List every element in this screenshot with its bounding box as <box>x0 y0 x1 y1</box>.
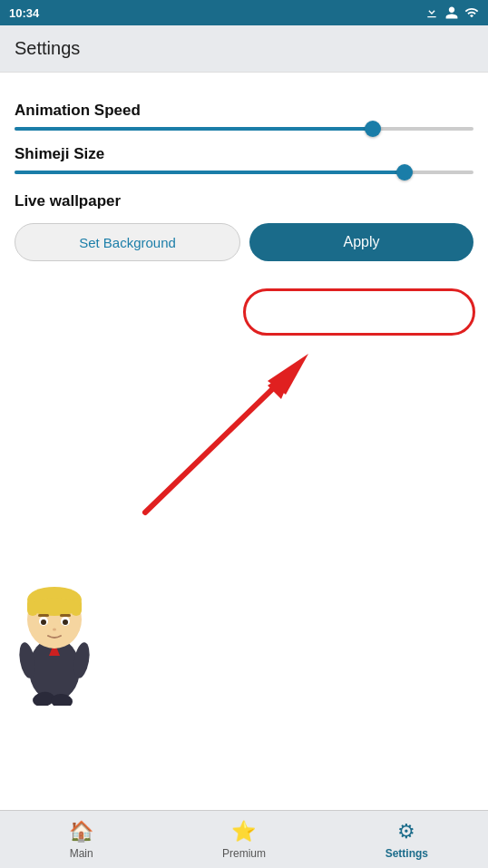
nav-premium-label: Premium <box>222 847 266 860</box>
animation-speed-track <box>15 127 473 131</box>
annotation-arrow <box>118 345 327 526</box>
main-content: Animation Speed Shimeji Size Live wallpa… <box>0 73 488 810</box>
live-wallpaper-label: Live wallpaper <box>15 192 473 210</box>
svg-point-14 <box>41 619 46 625</box>
bottom-nav: 🏠 Main ⭐ Premium ⚙ Settings <box>0 810 488 868</box>
animation-speed-section: Animation Speed <box>15 102 473 131</box>
animation-speed-thumb[interactable] <box>365 121 381 137</box>
animation-speed-slider[interactable] <box>15 127 473 131</box>
character-svg <box>9 565 100 706</box>
svg-marker-2 <box>268 354 308 395</box>
star-icon: ⭐ <box>231 820 256 844</box>
status-time: 10:34 <box>9 6 425 20</box>
svg-marker-1 <box>268 367 295 399</box>
apply-button[interactable]: Apply <box>249 223 473 261</box>
svg-rect-16 <box>38 614 49 617</box>
download-icon <box>425 5 439 20</box>
svg-rect-17 <box>60 614 71 617</box>
signal-icon <box>464 5 479 20</box>
nav-settings-label: Settings <box>386 847 428 860</box>
nav-item-premium[interactable]: ⭐ Premium <box>162 813 325 867</box>
animation-speed-label: Animation Speed <box>15 102 473 120</box>
page-title: Settings <box>15 38 80 59</box>
live-wallpaper-section: Live wallpaper Set Background Apply <box>15 192 473 261</box>
shimeji-size-slider[interactable] <box>15 171 473 174</box>
shimeji-size-track <box>15 171 473 174</box>
nav-main-label: Main <box>70 847 93 860</box>
nav-item-main[interactable]: 🏠 Main <box>0 813 162 867</box>
svg-point-15 <box>63 619 68 625</box>
home-icon: 🏠 <box>69 820 93 844</box>
status-icons <box>425 5 479 20</box>
animation-speed-fill <box>15 127 373 131</box>
gear-icon: ⚙ <box>397 820 415 844</box>
svg-point-11 <box>29 598 80 616</box>
shimeji-size-thumb[interactable] <box>396 164 413 180</box>
svg-line-0 <box>145 367 295 512</box>
wallpaper-buttons: Set Background Apply <box>15 223 473 261</box>
status-bar: 10:34 <box>0 0 488 25</box>
svg-point-18 <box>53 629 56 631</box>
shimeji-size-section: Shimeji Size <box>15 145 473 174</box>
shimeji-size-label: Shimeji Size <box>15 145 473 163</box>
title-bar: Settings <box>0 25 488 73</box>
shimeji-size-fill <box>15 171 405 174</box>
nav-item-settings[interactable]: ⚙ Settings <box>326 813 488 867</box>
shimeji-character <box>9 565 100 701</box>
apply-highlight-box <box>243 288 475 336</box>
person-icon <box>444 5 459 20</box>
set-background-button[interactable]: Set Background <box>15 223 240 261</box>
